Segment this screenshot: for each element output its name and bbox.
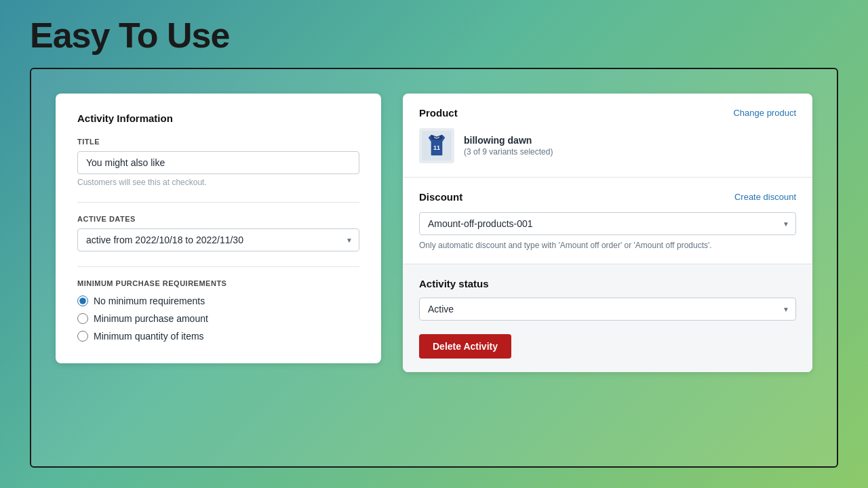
- dates-select[interactable]: active from 2022/10/18 to 2022/11/30: [77, 228, 359, 251]
- radio-no-min-input[interactable]: [77, 296, 88, 306]
- activity-status-title: Activity status: [419, 278, 796, 289]
- divider-1: [77, 202, 359, 203]
- change-product-link[interactable]: Change product: [733, 108, 796, 118]
- page-title: Easy To Use: [0, 0, 868, 68]
- product-section: Product Change product 11: [403, 94, 812, 178]
- min-req-label: MINIMUM PURCHASE REQUIREMENTS: [77, 279, 359, 287]
- discount-select[interactable]: Amount-off-products-001: [419, 212, 796, 235]
- activity-information-title: Activity Information: [77, 113, 359, 124]
- title-helper-text: Customers will see this at checkout.: [77, 178, 359, 187]
- product-image: 11: [419, 128, 454, 163]
- radio-group: No minimum requirements Minimum purchase…: [77, 296, 359, 342]
- radio-min-qty[interactable]: Minimum quantity of items: [77, 331, 359, 342]
- title-input[interactable]: [77, 151, 359, 174]
- title-field-group: TITLE Customers will see this at checkou…: [77, 138, 359, 187]
- right-card: Product Change product 11: [403, 94, 812, 372]
- radio-min-purchase-input[interactable]: [77, 313, 88, 324]
- min-requirements-section: MINIMUM PURCHASE REQUIREMENTS No minimum…: [77, 279, 359, 342]
- product-info: billowing dawn (3 of 9 variants selected…: [464, 135, 553, 157]
- product-image-svg: 11: [422, 131, 452, 161]
- radio-min-purchase[interactable]: Minimum purchase amount: [77, 313, 359, 324]
- discount-select-wrapper: Amount-off-products-001 ▼: [419, 212, 796, 235]
- radio-min-purchase-label: Minimum purchase amount: [94, 313, 208, 324]
- status-select-wrapper: Active Inactive ▼: [419, 298, 796, 321]
- product-section-header: Product Change product: [419, 107, 796, 119]
- title-label: TITLE: [77, 138, 359, 146]
- dates-label: ACTIVE DATES: [77, 215, 359, 223]
- delete-activity-button[interactable]: Delete Activity: [419, 334, 511, 359]
- delete-btn-wrapper: Delete Activity: [419, 331, 796, 359]
- discount-section-title: Discount: [419, 191, 462, 203]
- radio-no-min-label: No minimum requirements: [94, 296, 205, 306]
- dates-select-wrapper: active from 2022/10/18 to 2022/11/30 ▼: [77, 228, 359, 251]
- radio-no-min[interactable]: No minimum requirements: [77, 296, 359, 306]
- product-variants: (3 of 9 variants selected): [464, 147, 553, 157]
- radio-min-qty-label: Minimum quantity of items: [94, 331, 204, 342]
- discount-section-header: Discount Create discount: [419, 191, 796, 203]
- product-section-title: Product: [419, 107, 458, 119]
- svg-text:11: 11: [433, 144, 440, 151]
- radio-min-qty-input[interactable]: [77, 331, 88, 342]
- status-select[interactable]: Active Inactive: [419, 298, 796, 321]
- activity-information-card: Activity Information TITLE Customers wil…: [56, 94, 381, 363]
- main-container: Activity Information TITLE Customers wil…: [30, 68, 838, 468]
- product-row: 11 billowing dawn (3 of 9 variants selec…: [419, 128, 796, 163]
- create-discount-link[interactable]: Create discount: [734, 192, 796, 202]
- dates-field-group: ACTIVE DATES active from 2022/10/18 to 2…: [77, 215, 359, 251]
- divider-2: [77, 266, 359, 267]
- activity-status-section: Activity status Active Inactive ▼ Delete…: [403, 264, 812, 372]
- discount-note: Only automatic discount and type with 'A…: [419, 241, 796, 250]
- product-name: billowing dawn: [464, 135, 553, 146]
- discount-section: Discount Create discount Amount-off-prod…: [403, 178, 812, 264]
